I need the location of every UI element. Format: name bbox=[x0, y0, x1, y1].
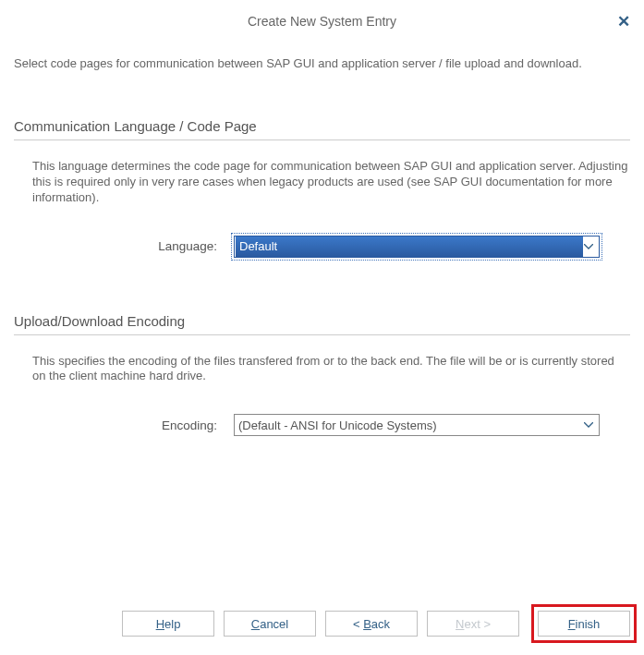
help-button[interactable]: Help bbox=[122, 611, 214, 637]
section-language-header: Communication Language / Code Page bbox=[14, 118, 630, 140]
next-button: Next > bbox=[427, 611, 519, 637]
encoding-label: Encoding: bbox=[32, 418, 234, 432]
language-label: Language: bbox=[32, 239, 234, 253]
section-encoding-desc: This specifies the encoding of the files… bbox=[14, 354, 630, 385]
finish-button[interactable]: Finish bbox=[538, 611, 630, 637]
dialog-intro: Select code pages for communication betw… bbox=[14, 56, 630, 72]
cancel-button[interactable]: Cancel bbox=[224, 611, 316, 637]
close-icon[interactable]: ✕ bbox=[617, 14, 630, 30]
chevron-down-icon bbox=[584, 244, 593, 249]
section-encoding-header: Upload/Download Encoding bbox=[14, 313, 630, 335]
language-select[interactable]: Default bbox=[234, 236, 600, 258]
section-language: Communication Language / Code Page This … bbox=[14, 118, 630, 258]
button-bar: Help Cancel < Back Next > Finish bbox=[14, 601, 630, 655]
section-language-desc: This language determines the code page f… bbox=[14, 159, 630, 206]
dialog-title: Create New System Entry bbox=[248, 14, 396, 29]
back-button[interactable]: < Back bbox=[325, 611, 418, 637]
encoding-select[interactable]: (Default - ANSI for Unicode Systems) bbox=[234, 414, 600, 436]
language-select-value: Default bbox=[236, 237, 583, 257]
finish-highlight: Finish bbox=[531, 604, 637, 643]
section-encoding: Upload/Download Encoding This specifies … bbox=[14, 313, 630, 437]
chevron-down-icon bbox=[584, 422, 593, 428]
encoding-select-value: (Default - ANSI for Unicode Systems) bbox=[238, 418, 437, 432]
